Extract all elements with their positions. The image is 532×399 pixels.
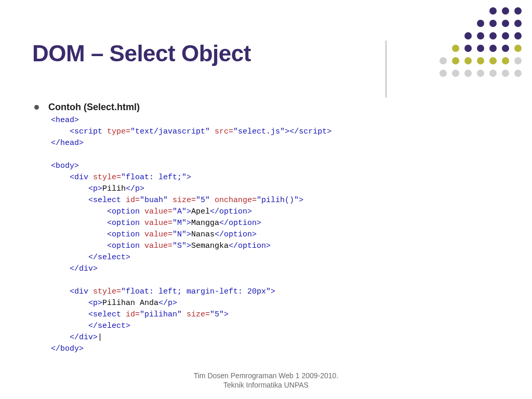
dot-icon <box>502 45 509 52</box>
code-text: "pilihan" <box>140 310 182 319</box>
code-text: <div <box>51 173 93 182</box>
code-text: "float: left;" <box>121 173 187 182</box>
dot-icon <box>514 70 522 77</box>
code-text: value= <box>144 230 172 239</box>
code-text: Pilih <box>102 184 126 193</box>
code-text: </p> <box>158 299 177 308</box>
code-text: <body> <box>51 162 79 170</box>
code-text: Semangka <box>191 242 229 250</box>
dot-icon <box>477 70 484 77</box>
code-text: "A" <box>172 207 187 216</box>
code-text: > <box>187 242 191 250</box>
code-text: style= <box>93 173 121 182</box>
code-text: "select.js" <box>233 127 285 136</box>
code-text: value= <box>144 242 172 250</box>
dot-icon <box>489 7 497 15</box>
code-text: <select <box>51 310 126 319</box>
dot-icon <box>477 82 484 89</box>
dot-icon <box>464 7 472 15</box>
dot-icon <box>502 70 509 77</box>
dot-icon <box>464 57 472 64</box>
bullet-line: Contoh (Select.html) <box>32 102 500 113</box>
dot-icon <box>440 57 447 64</box>
code-text: size= <box>168 196 196 205</box>
dot-icon <box>452 57 459 64</box>
code-text: "5" <box>196 196 210 205</box>
code-text: </head> <box>51 139 84 148</box>
code-text: <option <box>51 219 144 228</box>
dot-icon <box>477 20 484 27</box>
dot-icon <box>477 57 484 64</box>
dot-icon <box>477 7 484 15</box>
code-text: "N" <box>172 230 187 239</box>
dot-icon <box>440 82 447 89</box>
dot-icon <box>440 70 447 77</box>
dot-icon <box>489 20 497 27</box>
dot-icon <box>440 20 447 27</box>
decorative-dot-grid <box>440 7 524 91</box>
code-text: > <box>187 219 191 228</box>
bullet-icon <box>34 105 39 110</box>
code-text: value= <box>144 207 172 216</box>
dot-icon <box>502 82 509 89</box>
code-text: </p> <box>126 184 144 193</box>
code-text: "5" <box>210 310 224 319</box>
footer-line-1: Tim Dosen Pemrograman Web 1 2009-2010. <box>0 371 532 381</box>
code-text: > <box>224 310 229 319</box>
code-text: onchange= <box>210 196 257 205</box>
code-text: <script <box>51 127 107 136</box>
code-text: Pilihan Anda <box>102 299 158 308</box>
dot-icon <box>464 45 472 52</box>
code-text: Nanas <box>191 230 215 239</box>
code-text: Mangga <box>191 219 219 228</box>
dot-icon <box>489 57 497 64</box>
text-cursor-icon: | <box>98 333 102 342</box>
dot-icon <box>502 7 509 15</box>
dot-icon <box>464 20 472 27</box>
code-text: ></scr <box>285 127 313 136</box>
dot-icon <box>452 70 459 77</box>
code-text: "buah" <box>140 196 168 205</box>
code-text: </div> <box>51 333 98 342</box>
dot-icon <box>502 20 509 27</box>
code-text: </option> <box>229 242 271 250</box>
code-text: id= <box>126 196 140 205</box>
dot-icon <box>489 70 497 77</box>
code-text: > <box>271 287 275 296</box>
code-text: <option <box>51 242 144 250</box>
code-text: "text/javascript" <box>130 127 210 136</box>
dot-icon <box>440 7 447 15</box>
dot-icon <box>514 45 522 52</box>
code-text: <p> <box>51 299 102 308</box>
code-text: value= <box>144 219 172 228</box>
code-text: style= <box>93 287 121 296</box>
code-text: </select> <box>51 253 130 262</box>
code-text: "pilih()" <box>257 196 299 205</box>
code-example: <head> <script type="text/javascript" sr… <box>51 115 500 355</box>
dot-icon <box>464 70 472 77</box>
code-text: <option <box>51 230 144 239</box>
title-wrap: DOM – Select Object <box>32 41 387 98</box>
dot-icon <box>464 82 472 89</box>
slide: DOM – Select Object Contoh (Select.html)… <box>0 0 532 399</box>
dot-icon <box>452 32 459 39</box>
dot-icon <box>452 45 459 52</box>
code-text: "M" <box>172 219 187 228</box>
dot-icon <box>452 7 459 15</box>
code-text: type= <box>107 127 130 136</box>
code-text: size= <box>182 310 210 319</box>
dot-icon <box>489 82 497 89</box>
dot-icon <box>452 20 459 27</box>
dot-icon <box>489 45 497 52</box>
footer: Tim Dosen Pemrograman Web 1 2009-2010. T… <box>0 371 532 390</box>
dot-icon <box>452 82 459 89</box>
dot-icon <box>477 45 484 52</box>
code-text: <head> <box>51 116 79 125</box>
dot-icon <box>514 82 522 89</box>
dot-icon <box>489 32 497 39</box>
code-text: <p> <box>51 184 102 193</box>
code-text: <select <box>51 196 126 205</box>
dot-icon <box>440 32 447 39</box>
code-text: <option <box>51 207 144 216</box>
code-text: </option> <box>210 207 252 216</box>
